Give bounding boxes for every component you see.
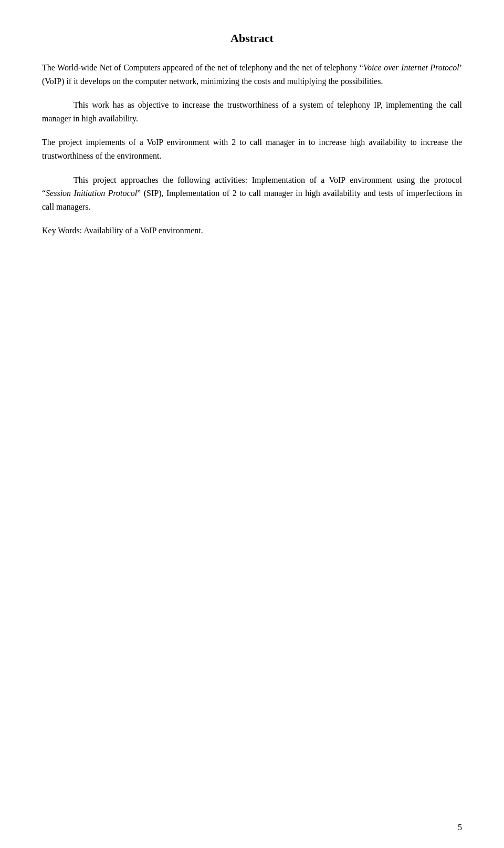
paragraph-1: The World-wide Net of Computers appeared… [42, 61, 462, 88]
paragraph-2: This work has as objective to increase t… [42, 98, 462, 125]
paragraph-3: The project implements of a VoIP environ… [42, 136, 462, 162]
page: Abstract The World-wide Net of Computers… [0, 0, 504, 848]
italic-voice-over: Voice over Internet Protocol [363, 63, 459, 72]
italic-sip: Session Initiation Protocol [46, 189, 137, 198]
page-number: 5 [458, 823, 462, 832]
keywords: Key Words: Availability of a VoIP enviro… [42, 224, 462, 237]
paragraph-4: This project approaches the following ac… [42, 173, 462, 214]
page-title: Abstract [42, 32, 462, 45]
